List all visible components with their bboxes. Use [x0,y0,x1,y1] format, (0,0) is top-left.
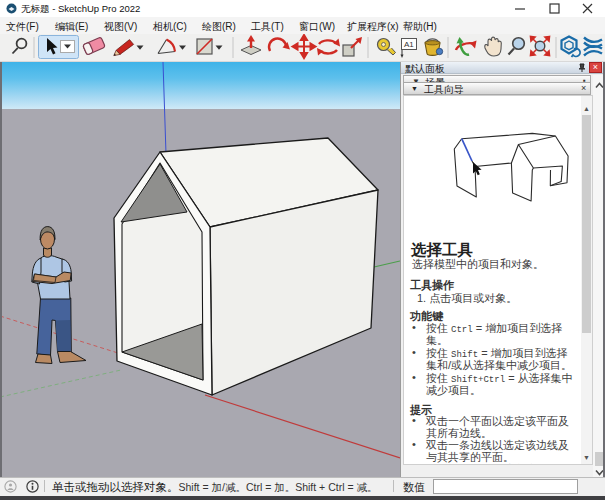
svg-text:A1: A1 [404,40,414,49]
